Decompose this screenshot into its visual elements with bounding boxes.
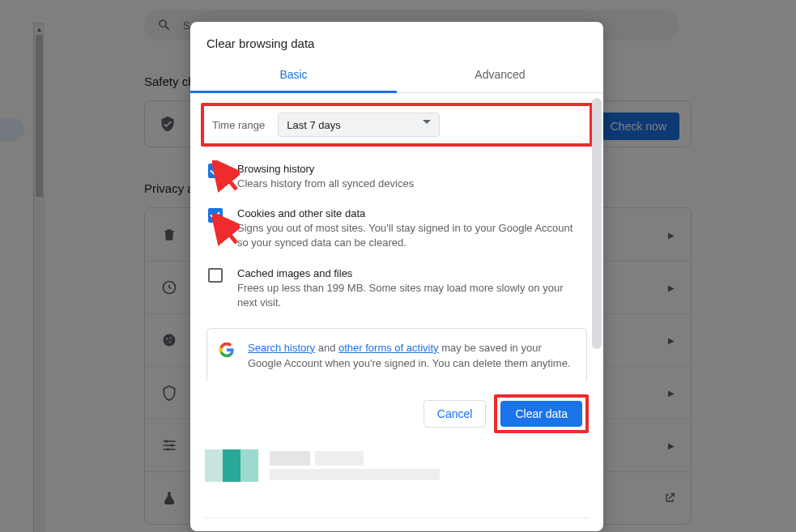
time-range-row: Time range Last 7 days xyxy=(201,103,593,147)
option-subtitle: Frees up less than 199 MB. Some sites ma… xyxy=(237,281,584,310)
tab-advanced[interactable]: Advanced xyxy=(397,58,603,92)
sync-account-row xyxy=(205,441,589,509)
clear-data-highlight: Clear data xyxy=(494,394,589,433)
cookies-checkbox[interactable] xyxy=(208,208,223,223)
time-range-select[interactable]: Last 7 days xyxy=(278,113,440,137)
other-activity-link[interactable]: other forms of activity xyxy=(338,342,439,354)
option-title: Cached images and files xyxy=(237,267,584,279)
google-logo-icon xyxy=(219,342,235,358)
time-range-label: Time range xyxy=(212,119,265,131)
dialog-body: Time range Last 7 days Browsing history … xyxy=(190,93,603,531)
browsing-history-option[interactable]: Browsing history Clears history from all… xyxy=(190,155,603,199)
sign-out-note: To clear browsing data from this device … xyxy=(205,517,589,531)
tab-basic[interactable]: Basic xyxy=(190,58,397,93)
dialog-buttons: Cancel Clear data xyxy=(190,381,603,441)
cache-checkbox[interactable] xyxy=(208,268,223,283)
blurred-account-info xyxy=(205,448,448,483)
search-history-link[interactable]: Search history xyxy=(248,342,315,354)
cookies-option[interactable]: Cookies and other site data Signs you ou… xyxy=(190,199,603,258)
dialog-title: Clear browsing data xyxy=(190,22,603,58)
option-title: Cookies and other site data xyxy=(237,207,584,219)
dropdown-caret-icon xyxy=(423,120,431,124)
cancel-button[interactable]: Cancel xyxy=(424,400,487,428)
option-subtitle: Signs you out of most sites. You'll stay… xyxy=(237,221,584,250)
option-subtitle: Clears history from all synced devices xyxy=(237,177,584,191)
option-title: Browsing history xyxy=(237,163,584,175)
dialog-scrollbar[interactable] xyxy=(592,98,602,349)
info-text: Search history and other forms of activi… xyxy=(248,340,575,372)
clear-browsing-data-dialog: Clear browsing data Basic Advanced Time … xyxy=(190,22,603,531)
cache-option[interactable]: Cached images and files Frees up less th… xyxy=(190,259,603,318)
time-range-value: Last 7 days xyxy=(287,119,341,131)
clear-data-button[interactable]: Clear data xyxy=(500,401,582,427)
dialog-tabs: Basic Advanced xyxy=(190,58,603,93)
google-account-info: Search history and other forms of activi… xyxy=(206,328,587,381)
browsing-history-checkbox[interactable] xyxy=(208,164,223,178)
